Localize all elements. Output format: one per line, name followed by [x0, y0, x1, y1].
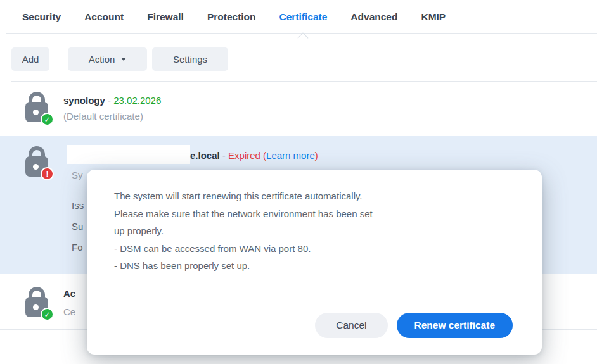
tab-bar: Security Account Firewall Protection Cer…: [22, 11, 446, 25]
renew-certificate-button[interactable]: Renew certificate: [397, 313, 513, 338]
cancel-button[interactable]: Cancel: [315, 313, 387, 338]
tab-firewall[interactable]: Firewall: [147, 11, 184, 25]
dialog-message-line: - DNS has been properly set up.: [114, 257, 517, 275]
action-button-label: Action: [89, 54, 115, 65]
tab-account[interactable]: Account: [84, 11, 124, 25]
certificate-description: (Default certificate): [63, 111, 143, 122]
tab-security[interactable]: Security: [22, 11, 61, 25]
lock-icon: !: [24, 145, 49, 178]
check-badge-icon: ✓: [41, 308, 54, 321]
exclamation-badge-icon: !: [41, 167, 54, 180]
hidden-line-fragment: Sy: [72, 170, 83, 180]
lock-icon: ✓: [24, 286, 49, 318]
dialog-message-line: - DSM can be accessed from WAN via port …: [114, 240, 517, 258]
dialog-message-line: Please make sure that the network enviro…: [114, 205, 517, 223]
dialog-message: The system will start renewing this cert…: [87, 170, 542, 275]
certificate-name: synology: [63, 95, 105, 106]
learn-more-link[interactable]: Learn more: [266, 150, 315, 161]
action-dropdown-button[interactable]: Action: [68, 47, 147, 71]
settings-button[interactable]: Settings: [152, 47, 228, 71]
redacted-name-block: [67, 145, 190, 164]
separator: -: [105, 95, 113, 106]
lock-icon: ✓: [24, 91, 49, 123]
dialog-message-line: The system will start renewing this cert…: [114, 187, 517, 205]
chevron-down-icon: [121, 58, 126, 61]
dialog-button-group: Cancel Renew certificate: [315, 313, 513, 338]
tab-kmip[interactable]: KMIP: [421, 11, 446, 25]
certificate-name-fragment: Ac: [63, 288, 75, 299]
certificate-name-fragment: e.local: [190, 150, 220, 161]
certificate-settings-page: Security Account Firewall Protection Cer…: [0, 0, 597, 364]
separator: -: [220, 150, 228, 161]
certificate-row-synology[interactable]: ✓ synology - 23.02.2026 (Default certifi…: [0, 82, 597, 136]
check-badge-icon: ✓: [41, 113, 54, 126]
tab-certificate[interactable]: Certificate: [279, 11, 328, 25]
hidden-line-fragment: Fo: [72, 242, 83, 253]
tab-advanced[interactable]: Advanced: [350, 11, 397, 25]
hidden-line-fragment: Iss: [72, 200, 84, 211]
expired-status-text: Expired (: [228, 150, 266, 161]
dialog-message-line: up properly.: [114, 222, 517, 240]
add-button[interactable]: Add: [11, 47, 49, 71]
certificate-description-fragment: Ce: [63, 306, 75, 317]
certificate-expiry-date: 23.02.2026: [113, 95, 161, 106]
tab-protection[interactable]: Protection: [207, 11, 256, 25]
renew-certificate-dialog: The system will start renewing this cert…: [87, 170, 542, 355]
expired-status-suffix: ): [315, 150, 318, 161]
hidden-line-fragment: Su: [72, 221, 83, 232]
